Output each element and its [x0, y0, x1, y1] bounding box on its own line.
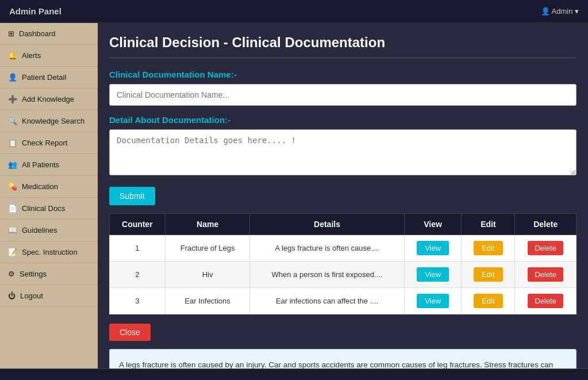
- sidebar-label-alerts: Alerts: [22, 51, 41, 60]
- sidebar-item-patient-detail[interactable]: 👤Patient Detail: [0, 67, 98, 89]
- row-0-delete-button[interactable]: Delete: [528, 241, 563, 255]
- row-1-details: When a person is first exposed....: [250, 262, 404, 288]
- sidebar-item-alerts[interactable]: 🔔Alerts: [0, 45, 98, 67]
- name-label: Clinical Documentation Name:-: [109, 70, 577, 79]
- row-1-edit-button[interactable]: Edit: [474, 267, 502, 282]
- add-knowledge-icon: ➕: [8, 95, 17, 103]
- sidebar-label-all-patients: All Patients: [22, 160, 59, 169]
- row-1-delete-button[interactable]: Delete: [528, 267, 563, 282]
- documentation-detail-textarea[interactable]: [109, 129, 577, 175]
- knowledge-search-icon: 🔍: [8, 117, 17, 125]
- th-edit: Edit: [462, 214, 515, 235]
- th-details: Details: [250, 214, 404, 235]
- app-title: Admin Panel: [9, 6, 62, 16]
- sidebar-item-settings[interactable]: ⚙Settings: [0, 263, 98, 285]
- row-2-name: Ear Infections: [165, 288, 249, 314]
- all-patients-icon: 👥: [8, 160, 17, 169]
- settings-icon: ⚙: [8, 270, 15, 278]
- dropdown-icon: ▾: [575, 7, 579, 16]
- sidebar-label-check-report: Check Report: [22, 139, 67, 147]
- sidebar-label-guidelines: Guidelines: [22, 226, 57, 235]
- sidebar-label-patient-detail: Patient Detail: [22, 73, 66, 82]
- patient-detail-icon: 👤: [8, 73, 17, 82]
- detail-box: A legs fracture is often caused by an in…: [109, 349, 577, 369]
- sidebar-item-logout[interactable]: ⏻Logout: [0, 285, 98, 307]
- row-0-name: Fracture of Legs: [165, 235, 249, 262]
- sidebar-label-medication: Medication: [22, 182, 58, 191]
- user-icon: 👤: [541, 7, 552, 16]
- sidebar-item-add-knowledge[interactable]: ➕Add Knowledge: [0, 89, 98, 110]
- user-label: Admin: [552, 7, 573, 16]
- table-header: CounterNameDetailsViewEditDelete: [110, 214, 577, 235]
- sidebar-item-check-report[interactable]: 📋Check Report: [0, 132, 98, 154]
- row-2-counter: 3: [110, 288, 166, 314]
- th-name: Name: [165, 214, 249, 235]
- row-2-details: Ear infections can affect the ....: [250, 288, 404, 314]
- user-menu[interactable]: 👤 Admin ▾: [541, 7, 579, 16]
- sidebar-item-spec-instruction[interactable]: 📝Spec. Instruction: [0, 241, 98, 263]
- row-1-name: Hiv: [165, 262, 249, 288]
- table-body: 1Fracture of LegsA legs fracture is ofte…: [110, 235, 577, 314]
- table-row: 1Fracture of LegsA legs fracture is ofte…: [110, 235, 577, 262]
- guidelines-icon: 📖: [8, 226, 17, 235]
- detail-label: Detail About Documentation:-: [109, 115, 577, 125]
- alerts-icon: 🔔: [8, 51, 17, 60]
- clinical-docs-icon: 📄: [8, 204, 17, 213]
- sidebar-label-knowledge-search: Knowledge Search: [22, 117, 84, 125]
- row-2-view-button[interactable]: View: [417, 294, 449, 308]
- row-0-counter: 1: [110, 235, 166, 262]
- topbar: Admin Panel 👤 Admin ▾: [0, 0, 588, 23]
- check-report-icon: 📋: [8, 139, 17, 147]
- sidebar-label-clinical-docs: Clinical Docs: [22, 204, 65, 213]
- sidebar-item-guidelines[interactable]: 📖Guidelines: [0, 220, 98, 241]
- row-1-counter: 2: [110, 262, 166, 288]
- sidebar-item-all-patients[interactable]: 👥All Patients: [0, 154, 98, 176]
- close-button[interactable]: Close: [109, 324, 151, 341]
- documentation-name-input[interactable]: [109, 84, 577, 106]
- dashboard-icon: ⊞: [8, 29, 14, 38]
- table-row: 2HivWhen a person is first exposed....Vi…: [110, 262, 577, 288]
- th-view: View: [404, 214, 462, 235]
- sidebar-label-spec-instruction: Spec. Instruction: [22, 248, 78, 256]
- row-2-edit-button[interactable]: Edit: [474, 294, 502, 308]
- row-0-view-button[interactable]: View: [417, 241, 449, 255]
- sidebar-item-knowledge-search[interactable]: 🔍Knowledge Search: [0, 110, 98, 132]
- submit-button[interactable]: Submit: [109, 187, 155, 205]
- th-delete: Delete: [515, 214, 577, 235]
- logout-icon: ⏻: [8, 291, 16, 300]
- sidebar-label-dashboard: Dashboard: [19, 29, 56, 38]
- sidebar-label-logout: Logout: [20, 291, 43, 300]
- row-0-details: A legs fracture is often cause....: [250, 235, 404, 262]
- medication-icon: 💊: [8, 182, 17, 191]
- sidebar-label-settings: Settings: [20, 270, 47, 278]
- sidebar-label-add-knowledge: Add Knowledge: [22, 95, 74, 103]
- main-content: Clinical Decision - Clinical Documentati…: [98, 23, 588, 369]
- footer-bar: [0, 369, 588, 380]
- row-1-view-button[interactable]: View: [417, 267, 449, 282]
- documentation-table: CounterNameDetailsViewEditDelete 1Fractu…: [109, 213, 577, 314]
- layout: ⊞Dashboard🔔Alerts👤Patient Detail➕Add Kno…: [0, 23, 588, 369]
- th-counter: Counter: [110, 214, 166, 235]
- sidebar-item-clinical-docs[interactable]: 📄Clinical Docs: [0, 198, 98, 220]
- table-row: 3Ear InfectionsEar infections can affect…: [110, 288, 577, 314]
- sidebar-item-dashboard[interactable]: ⊞Dashboard: [0, 23, 98, 45]
- sidebar-item-medication[interactable]: 💊Medication: [0, 176, 98, 198]
- spec-instruction-icon: 📝: [8, 248, 17, 256]
- row-0-edit-button[interactable]: Edit: [474, 241, 502, 255]
- sidebar: ⊞Dashboard🔔Alerts👤Patient Detail➕Add Kno…: [0, 23, 98, 369]
- row-2-delete-button[interactable]: Delete: [528, 294, 563, 308]
- page-title: Clinical Decision - Clinical Documentati…: [109, 34, 577, 58]
